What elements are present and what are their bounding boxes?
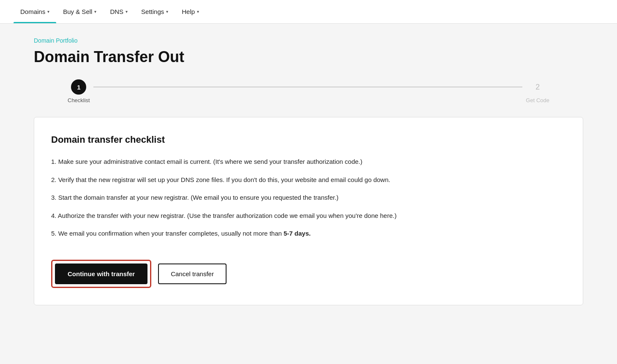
item-bold: 5-7 days.: [284, 230, 311, 237]
list-item: 3. Start the domain transfer at your new…: [51, 193, 566, 203]
list-item: 4. Authorize the transfer with your new …: [51, 211, 566, 221]
button-area: Continue with transfer Cancel transfer: [51, 260, 566, 288]
step-2-number: 2: [535, 83, 540, 92]
list-item: 5. We email you confirmation when your t…: [51, 229, 566, 239]
chevron-down-icon: ▾: [94, 9, 96, 14]
nav-item-help[interactable]: Help ▾: [175, 0, 206, 23]
nav-label-buy-sell: Buy & Sell: [63, 8, 92, 15]
step-1-label: Checklist: [68, 97, 90, 103]
item-prefix: 5.: [51, 230, 57, 237]
item-text: Authorize the transfer with your new reg…: [58, 212, 397, 219]
page-content: Domain Portfolio Domain Transfer Out 1 C…: [17, 24, 600, 331]
step-2-label: Get Code: [526, 97, 549, 103]
item-text: We email you confirmation when your tran…: [58, 230, 284, 237]
step-2-wrapper: 2 Get Code: [526, 79, 549, 103]
nav-item-dns[interactable]: DNS ▾: [103, 0, 134, 23]
item-prefix: 1.: [51, 158, 57, 165]
item-text: Verify that the new registrar will set u…: [58, 176, 390, 183]
nav-item-settings[interactable]: Settings ▾: [134, 0, 175, 23]
item-text: Make sure your administrative contact em…: [58, 158, 363, 165]
step-1-circle: 1: [71, 79, 86, 95]
cancel-button[interactable]: Cancel transfer: [158, 263, 227, 284]
item-prefix: 3.: [51, 194, 57, 201]
item-prefix: 4.: [51, 212, 57, 219]
chevron-down-icon: ▾: [166, 9, 168, 14]
list-item: 2. Verify that the new registrar will se…: [51, 175, 566, 185]
main-nav: Domains ▾ Buy & Sell ▾ DNS ▾ Settings ▾ …: [0, 0, 617, 24]
item-text: Start the domain transfer at your new re…: [58, 194, 339, 201]
step-1-wrapper: 1 Checklist: [68, 79, 90, 103]
stepper: 1 Checklist 2 Get Code: [34, 79, 583, 103]
card-title: Domain transfer checklist: [51, 134, 566, 145]
nav-item-buy-sell[interactable]: Buy & Sell ▾: [56, 0, 103, 23]
nav-label-domains: Domains: [20, 8, 45, 15]
checklist: 1. Make sure your administrative contact…: [51, 157, 566, 239]
continue-button-highlight: Continue with transfer: [51, 260, 151, 288]
page-title: Domain Transfer Out: [34, 48, 583, 66]
step-1-number: 1: [77, 84, 80, 91]
continue-button[interactable]: Continue with transfer: [55, 263, 147, 284]
chevron-down-icon: ▾: [126, 9, 128, 14]
nav-label-help: Help: [182, 8, 195, 15]
step-connector: [93, 87, 523, 87]
nav-item-domains[interactable]: Domains ▾: [14, 0, 56, 23]
chevron-down-icon: ▾: [197, 9, 199, 14]
breadcrumb[interactable]: Domain Portfolio: [34, 37, 583, 44]
nav-label-settings: Settings: [141, 8, 164, 15]
checklist-card: Domain transfer checklist 1. Make sure y…: [34, 117, 583, 305]
chevron-down-icon: ▾: [47, 9, 49, 14]
list-item: 1. Make sure your administrative contact…: [51, 157, 566, 167]
nav-label-dns: DNS: [110, 8, 123, 15]
step-2-circle: 2: [530, 79, 545, 95]
item-prefix: 2.: [51, 176, 57, 183]
